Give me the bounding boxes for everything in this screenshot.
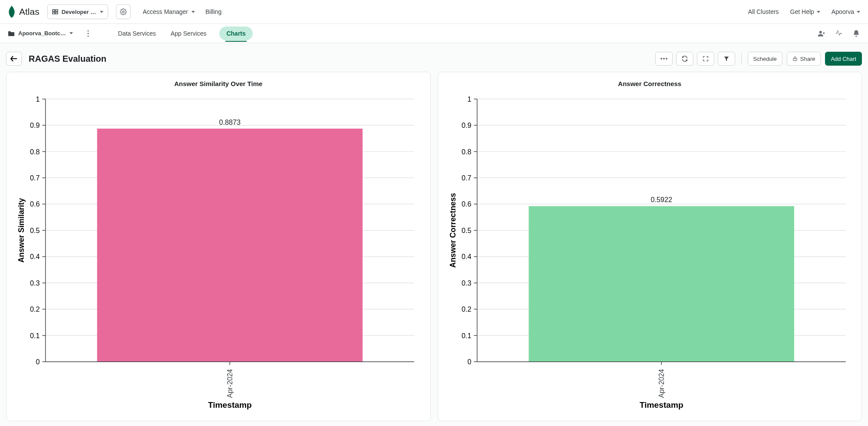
svg-text:0.8: 0.8 <box>30 148 40 156</box>
user-menu[interactable]: Apoorva <box>832 8 860 15</box>
brand-logo[interactable]: Atlas <box>8 6 40 18</box>
divider <box>741 53 742 64</box>
invite-user-icon[interactable] <box>818 30 825 37</box>
svg-text:0.1: 0.1 <box>461 332 471 339</box>
share-label: Share <box>800 56 815 62</box>
svg-text:0.3: 0.3 <box>30 279 40 287</box>
caret-down-icon <box>857 11 860 13</box>
svg-text:Apr-2024: Apr-2024 <box>657 369 665 398</box>
leaf-icon <box>8 6 16 18</box>
svg-point-11 <box>666 58 667 59</box>
svg-rect-46 <box>97 129 363 362</box>
chart-0: 00.10.20.30.40.50.60.70.80.910.8873Apr-2… <box>13 93 423 413</box>
svg-text:0.7: 0.7 <box>30 174 40 182</box>
link-get-help[interactable]: Get Help <box>790 8 820 15</box>
brand-name: Atlas <box>19 7 40 17</box>
arrow-left-icon <box>10 56 17 62</box>
top-nav: Access Manager Billing <box>143 8 222 15</box>
svg-text:0.4: 0.4 <box>30 253 40 260</box>
svg-rect-3 <box>56 12 58 14</box>
chart-card-0: Answer Similarity Over Time 00.10.20.30.… <box>6 72 431 421</box>
svg-text:0.5922: 0.5922 <box>650 196 672 203</box>
svg-text:0.5: 0.5 <box>461 226 471 234</box>
nav-access-manager[interactable]: Access Manager <box>143 8 195 15</box>
kebab-icon <box>87 30 89 37</box>
svg-text:0: 0 <box>467 358 471 366</box>
caret-down-icon <box>69 32 73 34</box>
ellipsis-icon <box>660 58 667 60</box>
svg-text:0.8873: 0.8873 <box>219 118 241 126</box>
org-settings-button[interactable] <box>116 4 131 19</box>
svg-text:Timestamp: Timestamp <box>639 400 683 409</box>
chart-title-1: Answer Correctness <box>445 80 855 87</box>
schedule-button[interactable]: Schedule <box>748 52 782 66</box>
svg-text:0.9: 0.9 <box>461 121 471 129</box>
top-bar: Atlas Developer R… Access Manager Billin… <box>0 0 868 24</box>
share-button[interactable]: Share <box>787 52 821 66</box>
svg-text:Answer Similarity: Answer Similarity <box>17 198 26 263</box>
svg-text:Timestamp: Timestamp <box>208 400 252 409</box>
add-chart-button[interactable]: Add Chart <box>825 52 862 66</box>
svg-point-8 <box>819 31 822 33</box>
page-title: RAGAS Evaluation <box>29 54 106 64</box>
page-header: RAGAS Evaluation Schedule Share Add Char… <box>0 43 868 72</box>
svg-rect-1 <box>56 10 58 11</box>
tabs: Data Services App Services Charts <box>116 26 253 41</box>
caret-down-icon <box>100 11 103 13</box>
svg-text:0.2: 0.2 <box>461 305 471 313</box>
chart-title-0: Answer Similarity Over Time <box>13 80 423 87</box>
nav-billing[interactable]: Billing <box>205 8 221 15</box>
svg-text:Apr-2024: Apr-2024 <box>226 369 234 398</box>
svg-point-9 <box>660 58 662 59</box>
svg-text:0.9: 0.9 <box>30 121 40 129</box>
caret-down-icon <box>191 11 195 13</box>
more-button[interactable] <box>655 52 673 66</box>
svg-text:0: 0 <box>36 358 40 366</box>
svg-point-10 <box>663 58 664 59</box>
svg-point-6 <box>87 33 89 34</box>
back-button[interactable] <box>6 52 22 66</box>
svg-text:0.3: 0.3 <box>461 279 471 287</box>
svg-rect-12 <box>793 59 797 61</box>
org-picker[interactable]: Developer R… <box>47 4 108 19</box>
tab-charts[interactable]: Charts <box>219 27 252 40</box>
project-picker[interactable]: Apoorva_Bootc… <box>8 30 73 37</box>
nav-billing-label: Billing <box>205 8 221 15</box>
refresh-icon <box>681 55 688 62</box>
dashboard-grid: Answer Similarity Over Time 00.10.20.30.… <box>0 72 868 426</box>
toolbar-icon-group <box>655 52 735 66</box>
svg-rect-0 <box>53 10 55 11</box>
nav-access-manager-label: Access Manager <box>143 8 188 15</box>
activity-icon[interactable] <box>835 30 843 37</box>
project-more-button[interactable] <box>81 26 96 41</box>
svg-text:0.2: 0.2 <box>30 305 40 313</box>
right-icon-group <box>818 30 860 37</box>
second-bar: Apoorva_Bootc… Data Services App Service… <box>0 24 868 43</box>
tab-app-services[interactable]: App Services <box>169 26 208 41</box>
svg-rect-87 <box>528 206 794 362</box>
svg-rect-2 <box>53 12 55 14</box>
svg-text:0.4: 0.4 <box>461 253 471 260</box>
bell-icon[interactable] <box>852 30 860 37</box>
fullscreen-icon <box>703 56 709 62</box>
fullscreen-button[interactable] <box>697 52 714 66</box>
refresh-button[interactable] <box>676 52 693 66</box>
org-icon <box>52 9 58 15</box>
link-all-clusters[interactable]: All Clusters <box>748 8 779 15</box>
tab-data-services[interactable]: Data Services <box>116 26 158 41</box>
filter-icon <box>723 56 729 62</box>
svg-text:0.1: 0.1 <box>30 332 40 339</box>
project-picker-label: Apoorva_Bootc… <box>18 30 66 37</box>
svg-text:0.6: 0.6 <box>461 200 471 208</box>
svg-text:0.8: 0.8 <box>461 148 471 156</box>
chart-card-1: Answer Correctness 00.10.20.30.40.50.60.… <box>438 72 862 421</box>
org-picker-label: Developer R… <box>62 9 96 15</box>
svg-text:Answer Correctness: Answer Correctness <box>448 193 457 268</box>
filter-button[interactable] <box>718 52 735 66</box>
svg-text:0.5: 0.5 <box>30 226 40 234</box>
svg-point-4 <box>122 11 124 13</box>
svg-text:0.7: 0.7 <box>461 174 471 182</box>
svg-point-5 <box>87 30 89 31</box>
top-right-links: All Clusters Get Help Apoorva <box>748 8 860 15</box>
lock-icon <box>792 56 798 62</box>
